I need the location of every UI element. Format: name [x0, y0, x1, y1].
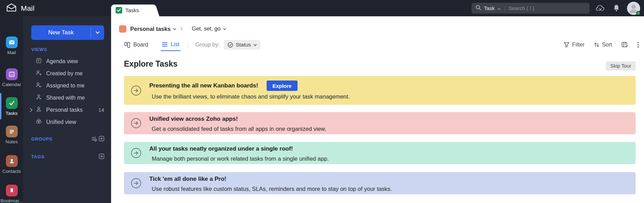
- assigned-to-me-icon: [36, 82, 42, 89]
- banner-subtitle: Use robust features like custom status, …: [152, 185, 629, 193]
- views-heading: VIEWS: [31, 47, 47, 52]
- toolbar-divider: [187, 41, 188, 48]
- mail-app-icon: [6, 36, 18, 48]
- calendar-app-icon: [6, 68, 18, 80]
- sidebar-item-shared-with-me[interactable]: Shared with me: [23, 92, 111, 104]
- group-by-selector[interactable]: Status: [224, 40, 260, 50]
- expand-chevron-icon[interactable]: [30, 108, 33, 112]
- filter-button[interactable]: Filter: [564, 42, 585, 48]
- search-category[interactable]: Task: [484, 5, 495, 11]
- user-avatar[interactable]: [627, 2, 640, 15]
- new-task-button[interactable]: New Task: [31, 25, 104, 40]
- toolbar-actions: Filter Sort: [564, 39, 639, 51]
- skip-tour-button[interactable]: Skip Tour: [606, 61, 636, 70]
- notes-app-icon: [6, 126, 18, 137]
- agenda-view-icon: [36, 58, 42, 65]
- sidebar-item-assigned-to-me[interactable]: Assigned to me: [23, 79, 111, 92]
- banner-subtitle: Get a consolidated feed of tasks from al…: [152, 125, 629, 133]
- board-icon: [124, 42, 130, 48]
- sort-arrows-icon: [594, 42, 599, 48]
- shared-with-me-icon: [36, 94, 42, 101]
- explore-button[interactable]: Explore: [267, 81, 298, 91]
- tab-list[interactable]: List: [161, 39, 181, 51]
- notifications-bell-icon[interactable]: [613, 4, 620, 13]
- columns-button[interactable]: [621, 42, 628, 48]
- page-title: Explore Tasks: [124, 59, 177, 69]
- tab-board[interactable]: Board: [124, 39, 148, 51]
- search-divider: [504, 6, 505, 11]
- sidebar-item-created-by-me[interactable]: Created by me: [23, 67, 111, 79]
- created-by-me-icon: [36, 70, 42, 77]
- sidebar-item-unified-view[interactable]: Unified view: [23, 116, 111, 128]
- banner-single-roof: All your tasks neatly organized under a …: [124, 142, 636, 164]
- filter-funnel-icon: [564, 42, 569, 48]
- banner-title: Unified view across Zoho apps!: [149, 115, 629, 123]
- banner-pro: Tick 'em all done like a Pro! Use robust…: [124, 172, 636, 194]
- breadcrumb-project-dropdown[interactable]: Personal tasks: [130, 26, 176, 32]
- breadcrumb-section-dropdown[interactable]: Get, set, go: [192, 26, 226, 32]
- sort-button[interactable]: Sort: [594, 42, 612, 48]
- tasks-check-icon: [116, 7, 122, 14]
- chevron-down-icon: [253, 44, 257, 46]
- banner-title: Presenting the all new Kanban boards!: [149, 82, 258, 90]
- more-options-kebab-icon[interactable]: [637, 42, 639, 48]
- tasks-sidebar: New Task VIEWS Agenda view Created by me…: [23, 16, 111, 203]
- banner-subtitle: Manage both personal or work related tas…: [152, 154, 629, 163]
- group-by-label: Group by:: [195, 42, 220, 48]
- new-task-dropdown[interactable]: [91, 25, 104, 40]
- contacts-app-icon: [6, 155, 18, 167]
- tab-tasks[interactable]: Tasks: [111, 5, 152, 16]
- arrow-right-circle-icon: [131, 178, 141, 188]
- search-bar[interactable]: Task Search ( / ): [471, 3, 589, 14]
- rail-item-contacts[interactable]: Contacts: [0, 155, 23, 174]
- manage-groups-icon[interactable]: [91, 136, 97, 142]
- chevron-down-icon: [173, 28, 176, 30]
- sidebar-item-agenda-view[interactable]: Agenda view: [23, 55, 111, 67]
- bookmarks-app-icon: [6, 185, 18, 196]
- rail-item-notes[interactable]: Notes: [0, 126, 23, 144]
- chevron-down-icon: [497, 5, 501, 11]
- breadcrumb-separator-icon: [180, 27, 183, 31]
- app-logo-text: Mail: [21, 4, 34, 12]
- banner-subtitle: Use the brilliant views, to eliminate ch…: [152, 92, 629, 101]
- new-task-label[interactable]: New Task: [31, 25, 91, 40]
- banner-title: Tick 'em all done like a Pro!: [149, 175, 629, 183]
- personal-tasks-icon: [36, 106, 42, 113]
- app-rail: Mail Calendar Tasks Notes Contacts: [0, 16, 23, 203]
- tasks-app-icon: [6, 97, 18, 109]
- chevron-down-icon: [223, 28, 226, 30]
- add-group-icon[interactable]: [99, 136, 104, 142]
- banner-kanban: Presenting the all new Kanban boards! Ex…: [124, 76, 636, 105]
- app-logo[interactable]: Mail: [6, 3, 34, 13]
- breadcrumb: Personal tasks Get, set, go: [119, 24, 226, 34]
- add-tag-icon[interactable]: [99, 153, 104, 159]
- view-toolbar: Board List Group by: Status: [124, 39, 260, 51]
- mail-logo-icon: [6, 3, 17, 13]
- arrow-right-circle-icon: [131, 148, 141, 158]
- banner-unified-view: Unified view across Zoho apps! Get a con…: [124, 112, 636, 134]
- topbar: Mail Task Search ( / ): [0, 0, 644, 16]
- arrow-right-circle-icon: [131, 85, 141, 96]
- online-status-dot: [636, 11, 641, 15]
- rail-item-bookmarks[interactable]: Bookmar...: [0, 185, 23, 203]
- groups-heading: GROUPS: [31, 136, 52, 142]
- zoho-mail-tasks-app: Mail Task Search ( / ): [0, 0, 644, 203]
- status-check-circle-icon: [227, 42, 233, 48]
- rail-item-calendar[interactable]: Calendar: [0, 68, 23, 87]
- rail-item-tasks[interactable]: Tasks: [0, 97, 23, 116]
- search-input[interactable]: Search ( / ): [509, 5, 534, 11]
- personal-tasks-count: 14: [98, 107, 104, 113]
- tags-heading: TAGS: [31, 154, 44, 159]
- list-icon: [162, 42, 168, 47]
- tab-tasks-label: Tasks: [125, 7, 139, 14]
- rail-item-mail[interactable]: Mail: [0, 36, 23, 55]
- arrow-right-circle-icon: [131, 118, 141, 128]
- sidebar-item-personal-tasks[interactable]: Personal tasks 14: [23, 104, 111, 116]
- project-color-swatch: [119, 25, 126, 33]
- search-icon: [476, 5, 481, 12]
- unified-view-icon: [36, 118, 42, 126]
- cloud-offline-icon[interactable]: [596, 4, 605, 13]
- main-content: Personal tasks Get, set, go Board List G…: [111, 16, 644, 203]
- banner-title: All your tasks neatly organized under a …: [149, 145, 629, 153]
- columns-grid-icon: [621, 42, 628, 48]
